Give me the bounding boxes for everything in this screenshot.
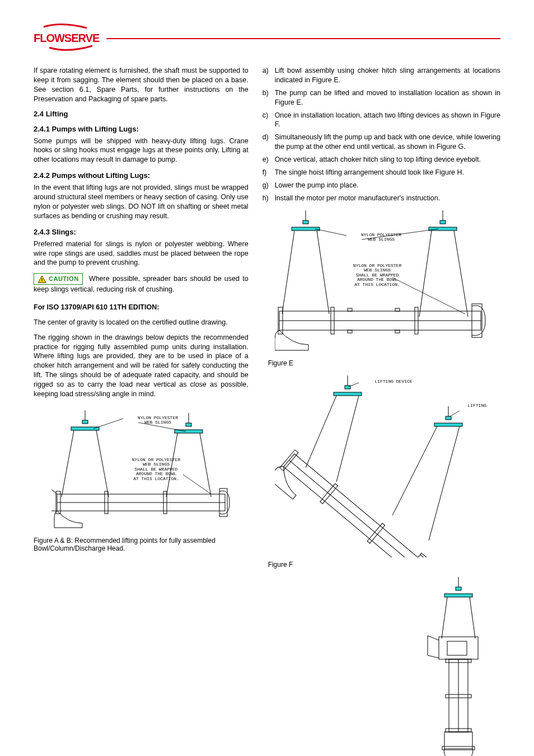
svg-line-25	[317, 231, 329, 314]
svg-rect-38	[395, 308, 400, 311]
svg-line-55	[289, 460, 418, 557]
svg-rect-28	[429, 227, 457, 231]
logo-text: FLOWSERVE	[34, 32, 100, 44]
step-marker: d)	[263, 133, 275, 152]
figure-f: LIFTING DEVICE LIFTING DEVICE Figure F	[263, 373, 500, 569]
svg-text:!: !	[41, 277, 43, 283]
svg-rect-45	[345, 386, 350, 389]
svg-line-47	[306, 396, 336, 468]
api-610-b: The rigging shown in the drawings below …	[34, 333, 249, 399]
figure-a-b-caption: Figure A & B: Recommended lifting points…	[34, 537, 249, 552]
procedure-step: c)Once in installation location, attach …	[263, 111, 500, 130]
procedure-step: h)Install the motor per motor manufactur…	[263, 194, 500, 203]
step-text: Lift bowl assembly using choker hitch sl…	[275, 66, 500, 85]
caution-label: CAUTION	[49, 275, 79, 283]
svg-line-30	[454, 231, 468, 317]
section-2-4: 2.4 Lifting	[34, 110, 249, 118]
svg-rect-3	[82, 420, 88, 424]
svg-rect-67	[439, 637, 478, 659]
page-header: FLOWSERVE	[34, 22, 500, 55]
header-rule	[106, 38, 500, 39]
diagram-label-slings: NYLON POLYESTER WEB SLINGS	[124, 416, 191, 425]
step-marker: f)	[263, 168, 275, 177]
svg-rect-22	[303, 220, 308, 224]
svg-rect-68	[447, 641, 467, 655]
step-text: Simultaneously lift the pump up and back…	[275, 133, 500, 152]
svg-rect-64	[444, 594, 472, 597]
procedure-step: f)The single hoist lifting arrangement s…	[263, 168, 500, 177]
svg-line-41	[315, 229, 346, 236]
step-text: Once in installation location, attach tw…	[275, 111, 500, 130]
procedure-step: g)Lower the pump into place.	[263, 181, 500, 190]
step-marker: h)	[263, 194, 275, 203]
svg-line-48	[336, 396, 359, 482]
svg-rect-39	[348, 330, 352, 333]
caution-badge: ! CAUTION	[34, 273, 83, 285]
svg-rect-46	[334, 392, 362, 396]
procedure-step: e)Once vertical, attach choker hitch sli…	[263, 155, 500, 165]
caution-block: ! CAUTION Where possible, spreader bars …	[34, 273, 249, 294]
api-610-heading: For ISO 13709/API 610 11TH EDITION:	[34, 303, 249, 312]
figure-a-b: NYLON POLYESTER WEB SLINGS NYLON OR POLY…	[34, 405, 249, 552]
procedure-step: a)Lift bowl assembly using choker hitch …	[263, 66, 500, 85]
svg-line-65	[442, 597, 447, 638]
step-text: The single hoist lifting arrangement sho…	[275, 168, 500, 177]
step-marker: b)	[263, 88, 275, 107]
svg-rect-27	[440, 220, 446, 224]
figure-f-caption: Figure F	[268, 561, 500, 569]
svg-rect-63	[456, 587, 461, 590]
svg-line-60	[349, 383, 359, 387]
svg-line-6	[96, 430, 109, 497]
figure-h: Figure H	[416, 574, 500, 757]
step-text: The pump can be lifted and moved to inst…	[275, 88, 500, 107]
step-text: Once vertical, attach choker hitch sling…	[275, 155, 500, 165]
svg-rect-40	[395, 330, 400, 333]
svg-line-5	[62, 430, 74, 497]
step-marker: g)	[263, 181, 275, 190]
para-2-4-3: Preferred material for slings is nylon o…	[34, 240, 249, 268]
diagram-label-note-e: NYLON OR POLYESTER WEB SLINGS SHALL BE W…	[335, 264, 419, 287]
svg-line-52	[392, 426, 437, 515]
right-column: a)Lift bowl assembly using choker hitch …	[263, 66, 500, 756]
svg-line-53	[429, 426, 460, 541]
step-text: Install the motor per motor manufacturer…	[275, 194, 500, 203]
diagram-label-slings-e: NYLON POLYESTER WEB SLINGS	[348, 233, 415, 242]
warning-triangle-icon: !	[38, 275, 46, 283]
intro-paragraph: If spare rotating element is furnished, …	[34, 66, 249, 104]
svg-rect-50	[446, 416, 451, 420]
svg-rect-59	[404, 553, 428, 557]
svg-rect-75	[442, 746, 475, 750]
flowserve-logo: FLOWSERVE	[34, 22, 104, 55]
section-2-4-2: 2.4.2 Pumps without Lifting Lugs:	[34, 171, 249, 180]
left-column: If spare rotating element is furnished, …	[34, 66, 249, 756]
procedure-step: b)The pump can be lifted and moved to in…	[263, 88, 500, 107]
procedure-step: d)Simultaneously lift the pump up and ba…	[263, 133, 500, 152]
diagram-label-ld2: LIFTING DEVICE	[453, 403, 488, 408]
figure-e: NYLON POLYESTER WEB SLINGS NYLON OR POLY…	[263, 208, 500, 367]
diagram-label-ld1: LIFTING DEVICE	[360, 379, 427, 384]
step-text: Lower the pump into place.	[275, 181, 500, 190]
section-2-4-1: 2.4.1 Pumps with Lifting Lugs:	[34, 125, 249, 133]
figure-e-caption: Figure E	[268, 359, 500, 367]
list-ef: a)Lift bowl assembly using choker hitch …	[263, 66, 500, 203]
svg-line-66	[470, 597, 475, 638]
svg-line-29	[419, 231, 432, 317]
step-marker: c)	[263, 111, 275, 130]
step-marker: a)	[263, 66, 275, 85]
svg-line-24	[282, 231, 294, 314]
step-marker: e)	[263, 155, 275, 165]
para-2-4-1: Some pumps will be shipped with heavy-du…	[34, 137, 249, 165]
svg-rect-54	[284, 454, 423, 557]
para-2-4-2: In the event that lifting lugs are not p…	[34, 183, 249, 221]
svg-rect-51	[434, 423, 462, 426]
svg-line-18	[93, 419, 123, 429]
svg-rect-4	[71, 427, 99, 430]
svg-rect-37	[348, 308, 352, 311]
section-2-4-3: 2.4.3 Slings:	[34, 228, 249, 236]
api-610-a: The center of gravity is located on the …	[34, 318, 249, 327]
diagram-label-note: NYLON OR POLYESTER WEB SLINGS SHALL BE W…	[114, 458, 198, 481]
